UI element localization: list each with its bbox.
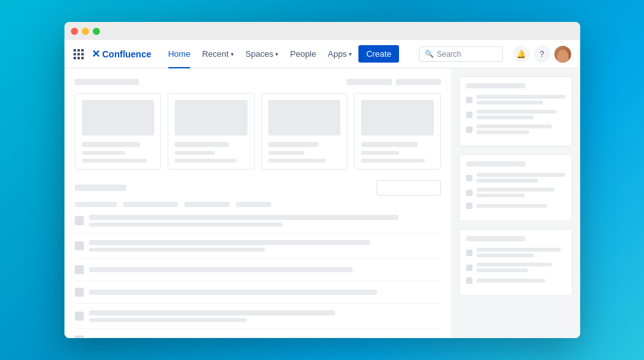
- sidebar-item[interactable]: [466, 110, 565, 119]
- list-item[interactable]: [75, 335, 441, 338]
- section2-title-skel: [75, 185, 126, 191]
- chevron-down-icon: ▾: [231, 51, 234, 57]
- sidebar-item-icon: [466, 112, 473, 118]
- sidebar-item-lines: [476, 188, 565, 197]
- search-placeholder: Search: [437, 50, 462, 59]
- card3-img-skel: [268, 100, 341, 135]
- sidebar-item[interactable]: [466, 277, 565, 284]
- card2-title-skel: [175, 142, 229, 147]
- list-item-sub-skel: [89, 223, 282, 226]
- list-item[interactable]: [75, 288, 441, 304]
- list-item-content: [89, 215, 441, 226]
- card-1[interactable]: [75, 93, 162, 170]
- nav-recent[interactable]: Recent ▾: [197, 40, 239, 68]
- skel-action1: [347, 79, 392, 85]
- apps-grid-icon[interactable]: [73, 49, 84, 59]
- sidebar-item-icon: [466, 97, 473, 103]
- list-item-title-skel: [89, 290, 378, 295]
- list-item-content: [89, 310, 441, 322]
- card1-sub2-skel: [82, 159, 147, 163]
- list-item[interactable]: [75, 310, 441, 329]
- create-button[interactable]: Create: [358, 45, 399, 63]
- list-item-content: [89, 337, 441, 338]
- skel-line: [476, 254, 534, 257]
- sidebar-item[interactable]: [466, 203, 565, 209]
- filter-tab-1[interactable]: [75, 202, 117, 207]
- logo[interactable]: ✕ Confluence: [92, 48, 151, 60]
- sidebar-item[interactable]: [466, 95, 565, 105]
- card3-title-skel: [268, 142, 319, 147]
- sidebar-item-lines: [476, 125, 565, 134]
- card4-sub-skel: [361, 151, 399, 155]
- list-item[interactable]: [75, 265, 441, 281]
- sidebar-item[interactable]: [466, 125, 565, 134]
- filter-tab-3[interactable]: [184, 202, 229, 207]
- skel-line: [476, 110, 556, 114]
- notification-button[interactable]: 🔔: [513, 46, 530, 63]
- list-item-title-skel: [89, 310, 335, 315]
- filter-tab-4[interactable]: [236, 202, 271, 207]
- section1-title-skel: [75, 79, 139, 85]
- skel-line: [476, 204, 547, 208]
- sidebar-item[interactable]: [466, 263, 565, 272]
- section1-header: [75, 79, 441, 85]
- sidebar-item-icon: [466, 203, 473, 209]
- card-2[interactable]: [168, 93, 255, 170]
- skel-line: [476, 101, 543, 105]
- sidebar-item-lines: [476, 204, 565, 208]
- nav-home[interactable]: Home: [163, 40, 196, 68]
- card-3[interactable]: [261, 93, 348, 170]
- skel-line: [476, 125, 552, 128]
- sidebar: [451, 68, 580, 338]
- main-content: [64, 68, 580, 338]
- filter-tab-2[interactable]: [123, 202, 178, 207]
- help-button[interactable]: ?: [534, 46, 551, 63]
- list-item-content: [89, 240, 441, 252]
- sidebar-item-lines: [476, 279, 565, 283]
- skel-line: [476, 279, 546, 283]
- minimize-dot[interactable]: [82, 28, 89, 35]
- section-search-input[interactable]: [376, 180, 441, 195]
- nav-spaces[interactable]: Spaces ▾: [240, 40, 284, 68]
- card4-sub2-skel: [361, 159, 425, 163]
- nav-apps[interactable]: Apps ▾: [322, 40, 357, 68]
- sidebar-item[interactable]: [466, 188, 565, 197]
- skel-line: [476, 179, 539, 183]
- list-item-title-skel: [89, 337, 360, 338]
- sidebar-item[interactable]: [466, 173, 565, 183]
- sidebar-item-icon: [466, 126, 473, 133]
- list-item-content: [89, 290, 441, 295]
- skel-line: [476, 194, 525, 197]
- bell-icon: 🔔: [516, 50, 526, 59]
- skel-line: [476, 115, 534, 119]
- card2-img-skel: [175, 100, 248, 135]
- list-item[interactable]: [75, 215, 441, 234]
- sidebar-item[interactable]: [466, 248, 565, 257]
- skel-line: [476, 130, 530, 134]
- list-item-icon: [75, 265, 84, 274]
- sidebar-item-lines: [476, 263, 565, 272]
- list-item-title-skel: [89, 267, 353, 272]
- search-box[interactable]: 🔍 Search: [419, 46, 503, 62]
- sidebar-card-3: [459, 229, 572, 296]
- list-item-icon: [75, 216, 84, 225]
- list-item-content: [89, 267, 441, 272]
- skel-line: [476, 173, 565, 177]
- list-item-title-skel: [89, 215, 398, 220]
- sidebar-item-icon: [466, 277, 473, 284]
- search-icon: 🔍: [425, 50, 434, 58]
- card4-img-skel: [361, 100, 434, 135]
- list-item-icon: [75, 241, 84, 250]
- nav-items: Home Recent ▾ Spaces ▾ People Apps ▾ Cre…: [163, 40, 414, 68]
- nav-people[interactable]: People: [285, 40, 321, 68]
- list-item-sub-skel: [89, 318, 248, 322]
- logo-x: ✕: [92, 48, 100, 60]
- card-4[interactable]: [354, 93, 441, 170]
- maximize-dot[interactable]: [93, 28, 100, 35]
- list-section-header: [75, 180, 441, 195]
- user-avatar[interactable]: [554, 46, 571, 63]
- skel-line: [476, 248, 561, 252]
- list-item[interactable]: [75, 240, 441, 259]
- sidebar-item-icon: [466, 175, 473, 181]
- close-dot[interactable]: [71, 28, 78, 35]
